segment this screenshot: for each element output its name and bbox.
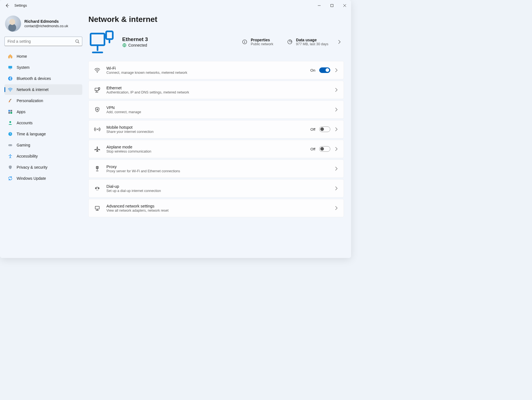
svg-point-16 <box>10 154 11 155</box>
card-subtitle: Authentication, IP and DNS settings, met… <box>106 90 328 94</box>
chevron-right-icon <box>334 166 339 171</box>
sidebar-item-label: Time & language <box>17 132 46 136</box>
maximize-icon <box>331 4 333 7</box>
card-title: Dial-up <box>106 184 328 189</box>
svg-point-1 <box>76 40 78 42</box>
accounts-icon <box>8 120 13 125</box>
properties-tile[interactable]: Properties Public network <box>240 36 275 48</box>
time-language-icon <box>8 131 13 136</box>
svg-point-21 <box>244 41 245 41</box>
sidebar-item-system[interactable]: System <box>4 62 82 73</box>
data-usage-tile[interactable]: Data usage 977 MB, last 30 days <box>285 36 344 48</box>
card-mobile-hotspot[interactable]: Mobile hotspot Share your internet conne… <box>88 120 344 138</box>
card-title: Wi-Fi <box>106 66 304 70</box>
svg-rect-6 <box>9 99 11 101</box>
network-icon <box>8 87 13 92</box>
data-usage-icon <box>287 39 293 45</box>
sidebar-item-accounts[interactable]: Accounts <box>4 118 82 128</box>
chevron-right-icon <box>334 68 339 72</box>
card-subtitle: Connect, manage known networks, metered … <box>106 71 304 75</box>
hotspot-icon <box>94 126 100 132</box>
arrow-left-icon <box>5 3 9 8</box>
back-button[interactable] <box>2 1 12 11</box>
avatar <box>5 16 21 32</box>
connection-name: Ethernet 3 <box>122 36 148 42</box>
sidebar-item-label: Personalization <box>17 98 43 103</box>
svg-point-31 <box>96 190 97 190</box>
svg-point-33 <box>98 190 98 190</box>
close-button[interactable] <box>338 0 351 11</box>
gaming-icon <box>8 143 13 148</box>
svg-rect-29 <box>96 188 97 189</box>
dialup-icon <box>94 185 100 191</box>
sidebar-item-label: Accounts <box>17 121 33 125</box>
svg-rect-8 <box>11 110 12 112</box>
svg-rect-17 <box>91 34 104 45</box>
svg-rect-24 <box>95 88 99 91</box>
svg-point-32 <box>97 190 97 190</box>
card-dial-up[interactable]: Dial-up Set up a dial-up internet connec… <box>88 179 344 198</box>
svg-rect-30 <box>98 188 99 189</box>
card-subtitle: View all network adapters, network reset <box>106 209 328 212</box>
apps-icon <box>8 109 13 114</box>
svg-point-14 <box>9 145 10 145</box>
properties-subtitle: Public network <box>251 42 273 46</box>
settings-window: Settings Richard Edmonds contact@richedm… <box>0 0 351 258</box>
ethernet-illustration-icon <box>88 29 115 54</box>
sidebar-item-privacy[interactable]: Privacy & security <box>4 162 82 173</box>
svg-rect-10 <box>11 112 12 114</box>
hotspot-toggle[interactable] <box>319 126 330 132</box>
search-input[interactable] <box>4 37 82 46</box>
card-proxy[interactable]: Proxy Proxy server for Wi-Fi and Etherne… <box>88 160 344 178</box>
svg-point-5 <box>10 91 11 92</box>
svg-point-15 <box>11 145 11 145</box>
wifi-toggle[interactable] <box>319 67 330 73</box>
card-ethernet[interactable]: Ethernet Authentication, IP and DNS sett… <box>88 81 344 99</box>
connection-info: Ethernet 3 Connected <box>122 36 148 47</box>
connection-status-row: Ethernet 3 Connected Properties Public n… <box>88 27 344 61</box>
airplane-toggle[interactable] <box>319 146 330 152</box>
page-title: Network & internet <box>88 15 344 24</box>
minimize-button[interactable] <box>313 0 326 11</box>
properties-title: Properties <box>251 38 273 42</box>
sidebar-item-label: Home <box>17 54 27 59</box>
privacy-icon <box>8 165 13 170</box>
main-content: Network & internet Ethernet 3 Connected <box>85 11 351 258</box>
card-advanced-network[interactable]: Advanced network settings View all netwo… <box>88 199 344 217</box>
sidebar-item-home[interactable]: Home <box>4 51 82 62</box>
sidebar-item-personalization[interactable]: Personalization <box>4 95 82 106</box>
system-icon <box>8 65 13 70</box>
sidebar-item-gaming[interactable]: Gaming <box>4 140 82 150</box>
sidebar-item-label: System <box>17 65 30 70</box>
sidebar-item-accessibility[interactable]: Accessibility <box>4 151 82 161</box>
toggle-label: On <box>310 68 315 72</box>
maximize-button[interactable] <box>326 0 338 11</box>
card-airplane-mode[interactable]: Airplane mode Stop wireless communicatio… <box>88 140 344 158</box>
svg-rect-7 <box>8 110 10 112</box>
profile-block[interactable]: Richard Edmonds contact@richedmonds.co.u… <box>4 14 82 37</box>
personalization-icon <box>8 98 13 103</box>
home-icon <box>8 54 13 59</box>
sidebar-item-network[interactable]: Network & internet <box>4 84 82 95</box>
svg-rect-0 <box>331 4 333 7</box>
sidebar: Richard Edmonds contact@richedmonds.co.u… <box>0 11 85 258</box>
sidebar-item-windows-update[interactable]: Windows Update <box>4 173 82 184</box>
sidebar-item-time-language[interactable]: Time & language <box>4 129 82 139</box>
card-wifi[interactable]: Wi-Fi Connect, manage known networks, me… <box>88 61 344 79</box>
chevron-right-icon <box>334 147 339 151</box>
card-subtitle: Set up a dial-up internet connection <box>106 189 328 193</box>
sidebar-item-label: Gaming <box>17 143 30 147</box>
windows-update-icon <box>8 176 13 181</box>
vpn-icon <box>94 107 100 113</box>
profile-name: Richard Edmonds <box>24 19 68 24</box>
svg-rect-34 <box>95 206 99 209</box>
sidebar-item-bluetooth[interactable]: Bluetooth & devices <box>4 73 82 84</box>
sidebar-nav: Home System Bluetooth & devices Network … <box>4 51 82 184</box>
data-usage-title: Data usage <box>296 38 328 42</box>
card-title: Ethernet <box>106 86 328 90</box>
sidebar-item-apps[interactable]: Apps <box>4 107 82 117</box>
wifi-icon <box>94 67 100 73</box>
card-vpn[interactable]: VPN Add, connect, manage <box>88 100 344 119</box>
info-icon <box>242 39 247 45</box>
settings-cards: Wi-Fi Connect, manage known networks, me… <box>88 61 344 217</box>
